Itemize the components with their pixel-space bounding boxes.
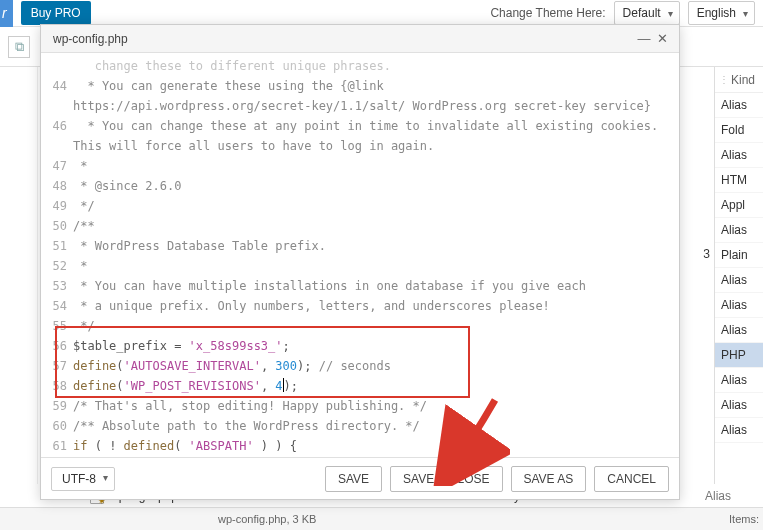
dialog-footer: UTF-8 SAVE SAVE & CLOSE SAVE AS CANCEL xyxy=(41,457,679,499)
kind-cell[interactable]: Fold xyxy=(715,118,763,143)
close-icon[interactable]: ✕ xyxy=(653,30,671,48)
kind-cell[interactable]: Alias xyxy=(715,143,763,168)
minimize-icon[interactable]: — xyxy=(635,30,653,48)
save-as-button[interactable]: SAVE AS xyxy=(511,466,587,492)
dialog-titlebar[interactable]: wp-config.php — ✕ xyxy=(41,25,679,53)
theme-select-value: Default xyxy=(623,6,661,20)
column-header-kind-label: Kind xyxy=(731,73,755,87)
kind-cell[interactable]: PHP xyxy=(715,343,763,368)
cancel-button[interactable]: CANCEL xyxy=(594,466,669,492)
right-panel: ⋮ Kind AliasFoldAliasHTMApplAliasPlainAl… xyxy=(714,67,763,484)
column-header-kind[interactable]: ⋮ Kind xyxy=(715,67,763,93)
code-body[interactable]: change these to different unique phrases… xyxy=(73,53,679,457)
kind-cell[interactable]: Alias xyxy=(715,368,763,393)
save-close-button[interactable]: SAVE & CLOSE xyxy=(390,466,502,492)
line-number-gutter: 4446474849505152535455565758596061626364 xyxy=(41,53,73,457)
kind-cell[interactable]: Alias xyxy=(715,318,763,343)
kind-cell[interactable]: Alias xyxy=(715,218,763,243)
kind-cell[interactable]: Alias xyxy=(715,93,763,118)
theme-select[interactable]: Default xyxy=(614,1,680,25)
encoding-select[interactable]: UTF-8 xyxy=(51,467,115,491)
kind-cell[interactable]: Alias xyxy=(715,268,763,293)
status-right: Items: xyxy=(729,513,763,525)
code-editor[interactable]: 4446474849505152535455565758596061626364… xyxy=(41,53,679,457)
language-select-value: English xyxy=(697,6,736,20)
kind-cell[interactable]: Alias xyxy=(715,293,763,318)
encoding-value: UTF-8 xyxy=(62,472,96,486)
bg-char: 3 xyxy=(703,247,710,261)
dialog-title-text: wp-config.php xyxy=(49,32,635,46)
editor-dialog: wp-config.php — ✕ 4446474849505152535455… xyxy=(40,24,680,500)
kind-cell[interactable]: Plain xyxy=(715,243,763,268)
app-badge: r xyxy=(0,0,13,27)
left-gutter xyxy=(0,67,38,484)
language-select[interactable]: English xyxy=(688,1,755,25)
copy-icon[interactable]: ⧉ xyxy=(8,36,30,58)
change-theme-label: Change Theme Here: xyxy=(490,6,605,20)
kind-cell[interactable]: Alias xyxy=(715,418,763,443)
status-left: wp-config.php, 3 KB xyxy=(38,513,729,525)
drag-handle-icon[interactable]: ⋮ xyxy=(719,74,729,85)
save-button[interactable]: SAVE xyxy=(325,466,382,492)
buy-pro-button[interactable]: Buy PRO xyxy=(21,1,91,25)
kind-cell[interactable]: HTM xyxy=(715,168,763,193)
file-alias: Alias xyxy=(701,489,763,503)
kind-cell[interactable]: Appl xyxy=(715,193,763,218)
statusbar: wp-config.php, 3 KB Items: xyxy=(0,507,763,530)
topbar: r Buy PRO Change Theme Here: Default Eng… xyxy=(0,0,763,27)
kind-cell[interactable]: Alias xyxy=(715,393,763,418)
